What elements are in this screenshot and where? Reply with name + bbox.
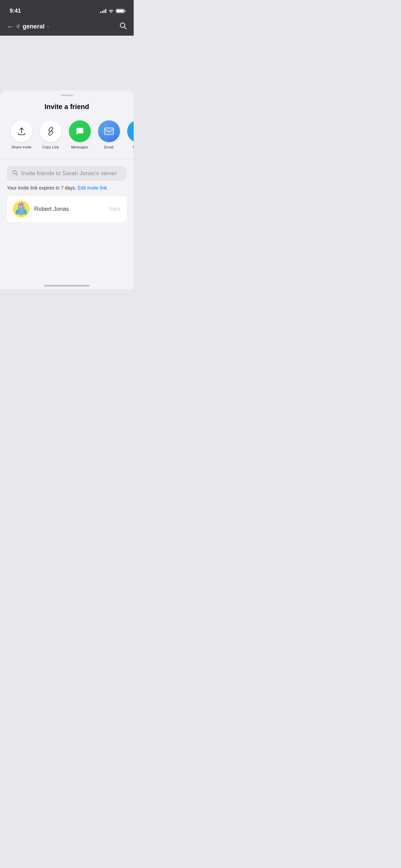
nav-left: ← # general › [7,23,49,31]
battery-icon [116,9,125,13]
search-button[interactable] [119,22,127,31]
messages-label: Messages [71,145,88,149]
status-bar: 9:41 [0,0,134,17]
search-container: Invite friends to Sarah Jonas's server [7,166,127,181]
messages-icon-circle [69,120,91,142]
svg-line-5 [16,174,18,176]
messages-button[interactable]: Messages [65,120,94,149]
nav-chevron-icon: › [47,24,49,29]
back-button[interactable]: ← [7,23,14,31]
twitter-button[interactable]: Twitter [123,120,134,149]
link-icon [46,127,55,136]
wifi-icon [108,9,114,13]
nav-bar: ← # general › [0,17,134,36]
search-icon [12,170,18,177]
copy-link-label: Copy Link [42,145,59,149]
edit-invite-link[interactable]: Edit invite link. [77,185,108,191]
share-invite-icon-circle [11,120,33,142]
sheet-divider [0,159,134,159]
home-indicator [44,285,90,287]
svg-rect-3 [105,128,113,135]
avatar-bird-icon [13,201,29,217]
svg-point-12 [22,206,23,207]
friend-status: Sent [109,206,121,213]
share-invite-label: Share Invite [11,145,32,149]
twitter-icon-circle [127,120,134,142]
twitter-icon [133,127,134,135]
copy-link-icon-circle [40,120,62,142]
sheet-title: Invite a friend [0,103,134,111]
share-row: Share Invite Copy Link Messages [0,120,134,149]
expire-note: Your invite link expires in 7 days. Edit… [7,185,127,191]
bottom-sheet: Invite a friend Share Invite Copy L [0,91,134,289]
email-label: Email [104,145,114,149]
signal-bars-icon [100,9,106,13]
status-time: 9:41 [10,8,21,14]
twitter-label: Twitter [132,145,134,149]
friend-name: Robert Jonas [34,206,104,213]
search-placeholder: Invite friends to Sarah Jonas's server [21,170,117,177]
status-icons [100,9,125,13]
drag-handle[interactable] [61,95,73,96]
channel-name: general [23,23,45,30]
email-button[interactable]: Email [94,120,123,149]
svg-point-11 [20,206,21,207]
expire-text: Your invite link expires in 7 days. [7,185,76,191]
channel-hash-icon: # [16,23,20,30]
copy-link-button[interactable]: Copy Link [36,120,65,149]
upload-icon [17,127,26,136]
email-icon-circle [98,120,120,142]
email-icon [104,128,114,135]
search-bar[interactable]: Invite friends to Sarah Jonas's server [7,166,127,181]
friend-card: Robert Jonas Sent [7,196,127,222]
messages-icon [75,126,85,136]
friend-avatar [13,201,29,217]
share-invite-button[interactable]: Share Invite [7,120,36,149]
svg-line-1 [124,27,126,29]
